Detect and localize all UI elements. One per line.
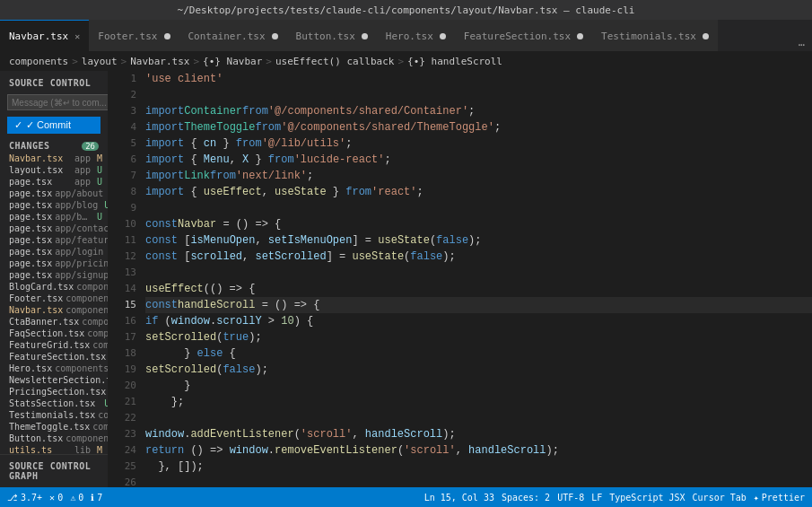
spaces-item[interactable]: Spaces: 2 [502,493,550,503]
list-item[interactable]: utils.ts lib M [0,444,108,454]
code-content[interactable]: 'use client' import Container from '@/co… [142,71,812,487]
list-item[interactable]: Hero.tsx components/ma... U [0,363,108,374]
file-path: components/la... [65,305,108,315]
code-line: import Link from 'next/link'; [145,168,812,184]
tab-button[interactable]: Button.tsx [287,20,377,51]
git-branch-item[interactable]: ⎇ 3.7+ [7,493,42,503]
info-count: 7 [97,493,102,503]
tab-label: FeatureSection.tsx [464,31,571,42]
list-item[interactable]: page.tsx app/about U [0,188,108,199]
encoding-item[interactable]: UTF-8 [557,493,584,503]
list-item[interactable]: StatsSection.tsx U [0,398,108,409]
indent-mode-item[interactable]: Cursor Tab [693,493,747,503]
list-item[interactable]: Navbar.tsx components/la... M [0,304,108,316]
cursor-position-item[interactable]: Ln 15, Col 33 [424,493,494,503]
commit-button[interactable]: ✓ ✓ Commit [7,117,100,134]
tab-bar: Navbar.tsx ✕ Footer.tsx Container.tsx Bu… [0,20,812,51]
list-item[interactable]: Button.tsx components/ui U [0,433,108,444]
file-path: components/ma... [55,363,108,373]
bc-sep5: > [397,56,404,67]
commit-message-input[interactable] [7,94,108,110]
code-line: setScrolled(false); [145,362,812,378]
list-item[interactable]: page.tsx app/blog/[slug] U [0,211,108,223]
list-item[interactable]: page.tsx app/signup U [0,269,108,281]
sidebar: SOURCE CONTROL ⌄ ✓ ✓ Commit Changes 26 N… [0,71,108,487]
file-name: ThemeToggle.tsx [9,422,90,432]
tab-featuresection[interactable]: FeatureSection.tsx [455,20,592,51]
info-icon: ℹ [91,493,94,503]
status-bar: ⎇ 3.7+ ✕ 0 ⚠ 0 ℹ 7 Ln 15, Col 33 Spaces:… [0,487,812,507]
line-numbers: 12345 678910 1112131415 1617181920 21222… [108,71,142,487]
file-path: components/... [76,282,108,292]
formatter-item[interactable]: ✦ Prettier [754,493,805,503]
tab-footer[interactable]: Footer.tsx [89,20,179,51]
list-item[interactable]: page.tsx app U [0,176,108,188]
list-item[interactable]: layout.tsx app U [0,164,108,176]
code-line: }, []); [145,459,812,475]
list-item[interactable]: FeatureGrid.tsx compone... U [0,339,108,351]
file-path: app/login [55,247,103,257]
file-name: page.tsx [9,247,52,257]
tab-testimonials[interactable]: Testimonials.tsx [592,20,718,51]
tab-navbar[interactable]: Navbar.tsx ✕ [0,20,89,51]
error-count: 0 [57,493,63,503]
tab-label: Container.tsx [188,31,266,42]
list-item[interactable]: page.tsx app/login U [0,246,108,258]
file-path: app/blog/[slug] [55,212,91,222]
file-name: BlogCard.tsx [9,282,74,292]
code-line [145,265,812,281]
file-name: page.tsx [9,188,52,198]
file-name: Footer.tsx [9,293,63,303]
list-item[interactable]: ThemeToggle.tsx compo... U [0,421,108,433]
file-name: page.tsx [9,235,52,245]
code-line: window.addEventListener('scroll', handle… [145,426,812,442]
list-item[interactable]: Navbar.tsx app M [0,153,108,164]
list-item[interactable]: page.tsx app/pricing U [0,258,108,269]
cursor-position: Ln 15, Col 33 [424,493,494,503]
file-badge: M [97,445,102,454]
file-name: page.tsx [9,200,52,210]
warning-count: 0 [78,493,83,503]
file-name: Button.tsx [9,433,63,443]
close-icon[interactable]: ✕ [74,31,80,41]
list-item[interactable]: page.tsx app/blog U [0,199,108,211]
tab-label: Testimonials.tsx [601,31,696,42]
list-item[interactable]: FeatureSection.tsx compo... U [0,351,108,363]
title-bar-text: ~/Desktop/projects/tests/claude-cli/comp… [7,4,805,16]
split-editor-icon[interactable]: ⋯ [799,39,805,51]
list-item[interactable]: Footer.tsx components/la... U [0,293,108,304]
bc-layout: layout [82,56,118,67]
info-count-item[interactable]: ℹ 7 [91,493,102,503]
bc-sep3: > [193,56,199,67]
list-item[interactable]: page.tsx app/contact U [0,223,108,234]
file-path: app/blog [55,200,98,210]
file-name: CtaBanner.tsx [9,317,79,327]
scg-label: SOURCE CONTROL GRAPH [0,459,108,484]
file-name: page.tsx [9,258,52,268]
list-item[interactable]: BlogCard.tsx components/... U [0,281,108,293]
changes-count-badge: 26 [82,142,99,151]
list-item[interactable]: page.tsx app/features U [0,234,108,246]
language-item[interactable]: TypeScript JSX [609,493,685,503]
bc-handlescroll: {•} handleScroll [407,56,502,67]
tab-container[interactable]: Container.tsx [179,20,287,51]
list-item[interactable]: NewsletterSection.tsx U [0,374,108,386]
line-ending-item[interactable]: LF [591,493,602,503]
file-name: NewsletterSection.tsx [9,375,108,385]
warning-count-item[interactable]: ⚠ 0 [70,493,83,503]
git-branch-icon: ⎇ [7,493,18,503]
tab-hero[interactable]: Hero.tsx [377,20,455,51]
git-branch-name: 3.7+ [21,493,42,503]
changes-label: Changes [9,141,82,151]
code-line: const [isMenuOpen, setIsMenuOpen] = useS… [145,232,812,249]
commit-btn-container: ✓ ✓ Commit [0,113,108,137]
list-item[interactable]: FaqSection.tsx compone... U [0,328,108,339]
list-item[interactable]: PricingSection.tsx U [0,386,108,398]
tab-label: Navbar.tsx [9,31,68,42]
bc-file: Navbar.tsx [130,56,189,67]
editor: 12345 678910 1112131415 1617181920 21222… [108,71,812,487]
list-item[interactable]: Testimonials.tsx compon... U [0,409,108,421]
list-item[interactable]: CtaBanner.tsx compone... U [0,316,108,328]
error-count-item[interactable]: ✕ 0 [49,493,63,503]
file-path: app [74,153,91,163]
